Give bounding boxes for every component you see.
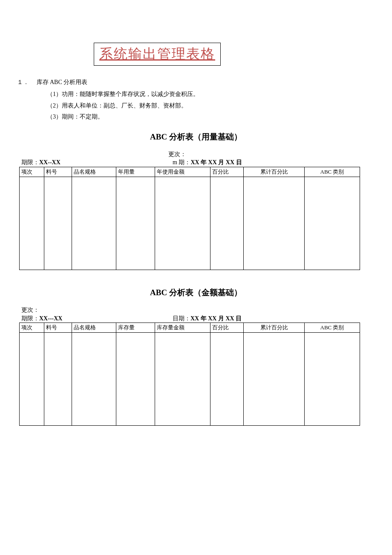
table2-period-value: XX---XX xyxy=(39,315,62,322)
table-cell xyxy=(155,333,210,426)
table-row xyxy=(20,333,360,426)
table-cell xyxy=(155,177,210,270)
table-cell xyxy=(244,177,305,270)
table-cell xyxy=(244,333,305,426)
table-cell xyxy=(44,333,72,426)
table-cell xyxy=(210,333,244,426)
section-number: １． xyxy=(17,79,29,85)
table2-header-c4: 库存量 xyxy=(116,323,155,333)
table1-date-label: m 期： xyxy=(173,159,190,166)
table-header-row: 项次 料号 品名规格 年用量 年使用金额 百分比 累计百分比 ABC 类别 xyxy=(20,167,360,177)
table-cell xyxy=(72,333,116,426)
table-cell xyxy=(305,333,360,426)
table1-header-c4: 年用量 xyxy=(116,167,155,177)
table1-header-c1: 项次 xyxy=(20,167,44,177)
table1-update-label: 更次： xyxy=(168,150,375,159)
table1-subtitle: ABC 分析表（用量基础） xyxy=(17,131,375,142)
table2-date-label: 日期： xyxy=(173,315,190,322)
table-cell xyxy=(72,177,116,270)
table2-date-value: XX 年 XX 月 XX 日 xyxy=(190,315,242,322)
table2: 项次 料号 品名规格 库存量 库存量金额 百分比 累计百分比 ABC 类别 xyxy=(19,323,360,426)
table2-meta-row1: 更次： xyxy=(21,306,375,314)
table-cell xyxy=(305,177,360,270)
table2-header-c7: 累计百分比 xyxy=(244,323,305,333)
bullet-item: （3）期间：不定期。 xyxy=(47,111,375,123)
table2-meta-row2: 期限：XX---XX 日期：XX 年 XX 月 XX 日 xyxy=(21,314,375,323)
table1-header-c3: 品名规格 xyxy=(72,167,116,177)
table1-header-c6: 百分比 xyxy=(210,167,244,177)
table1-period-label: 期限： xyxy=(21,159,39,166)
table-row xyxy=(20,177,360,270)
table2-period-label: 期限： xyxy=(21,315,39,322)
table2-update-label: 更次： xyxy=(21,306,39,314)
table-cell xyxy=(20,177,44,270)
table1-header-c8: ABC 类别 xyxy=(305,167,360,177)
table2-header-c1: 项次 xyxy=(20,323,44,333)
table1-meta-row1: 更次： xyxy=(17,150,375,159)
section-label: 库存 ABC 分析用表 xyxy=(37,79,88,85)
table1: 项次 料号 品名规格 年用量 年使用金额 百分比 累计百分比 ABC 类别 xyxy=(19,167,360,270)
page-title: 系统输出管理表格 xyxy=(99,46,215,61)
bullet-item: （1）功用：能随时掌握整个库存状况，以减少资金积压。 xyxy=(47,89,375,100)
table-cell xyxy=(20,333,44,426)
table1-header-c7: 累计百分比 xyxy=(244,167,305,177)
table1-header-c2: 料号 xyxy=(44,167,72,177)
table2-header-c8: ABC 类别 xyxy=(305,323,360,333)
table2-header-c6: 百分比 xyxy=(210,323,244,333)
table-cell xyxy=(116,177,155,270)
table-header-row: 项次 料号 品名规格 库存量 库存量金额 百分比 累计百分比 ABC 类别 xyxy=(20,323,360,333)
table2-subtitle: ABC 分析表（金额基础） xyxy=(17,287,375,298)
table-cell xyxy=(44,177,72,270)
table2-header-c2: 料号 xyxy=(44,323,72,333)
bullet-item: （2）用表人和单位：副总、厂长、财务部、资材部。 xyxy=(47,100,375,112)
table2-header-c5: 库存量金额 xyxy=(155,323,210,333)
page-title-box: 系统输出管理表格 xyxy=(94,43,221,66)
bullet-list: （1）功用：能随时掌握整个库存状况，以减少资金积压。 （2）用表人和单位：副总、… xyxy=(47,89,375,123)
table-cell xyxy=(210,177,244,270)
table1-header-c5: 年使用金额 xyxy=(155,167,210,177)
table1-meta-row2: 期限：XX--XX m 期：XX 年 XX 月 XX 日 xyxy=(21,158,375,167)
table1-period-value: XX--XX xyxy=(39,159,61,166)
table-cell xyxy=(116,333,155,426)
table1-date-value: XX 年 XX 月 XX 日 xyxy=(190,159,242,166)
table2-header-c3: 品名规格 xyxy=(72,323,116,333)
section-heading: １． 库存 ABC 分析用表 xyxy=(17,78,375,86)
